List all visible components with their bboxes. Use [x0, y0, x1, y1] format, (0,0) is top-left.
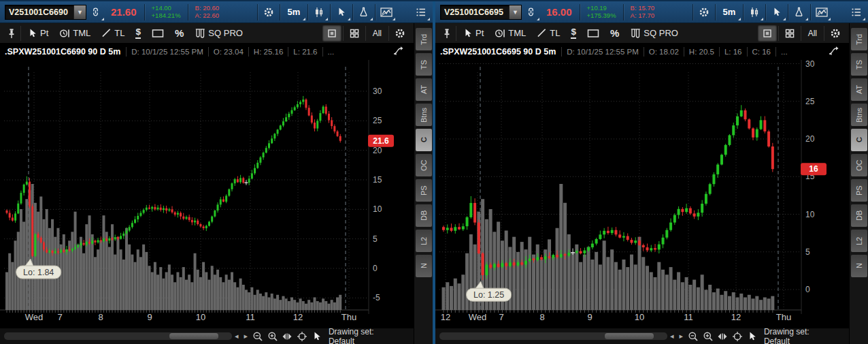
single-chart-layout-button[interactable]: [758, 25, 777, 42]
scrollbar-thumb[interactable]: [605, 333, 654, 339]
single-chart-layout-button[interactable]: [322, 25, 341, 42]
symbol-dropdown-button[interactable]: ▼: [509, 5, 521, 19]
cursor-tool-icon[interactable]: [768, 4, 786, 20]
chart-scrollbar[interactable]: [439, 332, 667, 340]
all-button[interactable]: All: [803, 29, 822, 38]
gadget-tab-c[interactable]: C: [416, 129, 432, 151]
gadget-tab-l2[interactable]: L2: [851, 230, 867, 252]
gadget-tab-db[interactable]: DB: [416, 204, 432, 227]
chart-scrollbar[interactable]: [4, 332, 232, 340]
restore-icon[interactable]: [827, 46, 839, 59]
restore-icon[interactable]: [392, 46, 404, 59]
scroll-left-icon[interactable]: ◂: [232, 332, 241, 340]
scroll-left-icon[interactable]: ◂: [667, 332, 677, 340]
studies-flask-icon[interactable]: [355, 4, 373, 20]
expand-horizontal-icon[interactable]: [280, 330, 295, 343]
percent-tool-button[interactable]: %: [169, 25, 189, 42]
trendline-tool-button[interactable]: TL: [531, 25, 565, 42]
drawing-set-selector[interactable]: Drawing set: Default: [760, 326, 844, 344]
zoom-out-icon[interactable]: [250, 330, 265, 343]
ohlc-segment: L: 21.6: [288, 47, 322, 57]
toolbar-gear-icon[interactable]: [826, 25, 845, 42]
svg-text:15: 15: [373, 175, 382, 185]
rectangle-tool-button[interactable]: [146, 25, 169, 42]
symbol-input[interactable]: V251001C6690 ▼: [5, 5, 86, 20]
chart-canvas[interactable]: 30252015105012Wed789101112Thu16Lo: 1.25: [435, 60, 849, 328]
chart-type-candles-icon[interactable]: [746, 4, 763, 20]
patterns-icon[interactable]: [813, 4, 831, 20]
scroll-right-icon[interactable]: ▸: [676, 332, 686, 340]
gadget-tab-ts[interactable]: TS: [851, 53, 867, 76]
price-chart[interactable]: 30252015105012Wed789101112Thu16Lo: 1.25: [435, 60, 849, 328]
trendline-tool-button[interactable]: TL: [96, 25, 130, 42]
pin-drawing-toolbar-button[interactable]: [439, 25, 454, 42]
price-level-tool-button[interactable]: $: [565, 25, 582, 42]
zoom-in-icon[interactable]: [701, 330, 716, 343]
scrollbar-thumb[interactable]: [169, 333, 218, 339]
timeframe-selector[interactable]: 5m: [718, 4, 741, 20]
pointer-icon[interactable]: [310, 330, 324, 343]
svg-text:11: 11: [684, 312, 693, 322]
price-chart[interactable]: 302520151050-5Wed789101112Thu21.6Lo: 1.8…: [0, 60, 414, 328]
symbol-dropdown-button[interactable]: ▼: [73, 5, 86, 19]
rectangle-tool-button[interactable]: [582, 25, 605, 42]
pointer-icon[interactable]: [745, 330, 760, 343]
gadget-tab-strip: TrdTSATBtnsCOCPSDBL2N: [414, 23, 433, 344]
sq-pro-button[interactable]: SQ PRO: [624, 25, 684, 42]
cursor-tool-icon[interactable]: [333, 4, 350, 20]
pin-drawing-toolbar-button[interactable]: [4, 25, 19, 42]
grid-layout-button[interactable]: [780, 25, 799, 42]
svg-text:25: 25: [373, 116, 382, 125]
gadget-tab-oc[interactable]: OC: [851, 154, 867, 176]
studies-flask-icon[interactable]: [790, 4, 808, 20]
percent-tool-button[interactable]: %: [605, 25, 624, 42]
link-icon[interactable]: [86, 4, 104, 20]
gadget-tab-trd[interactable]: Trd: [416, 28, 432, 50]
expand-horizontal-icon[interactable]: [716, 330, 731, 343]
timeline-tool-button[interactable]: TML: [489, 25, 531, 42]
separator: [144, 4, 145, 20]
chart-type-candles-icon[interactable]: [310, 4, 328, 20]
chart-menu-icon[interactable]: [412, 4, 430, 20]
pointer-tool-button[interactable]: Pt: [22, 25, 54, 42]
gadget-tab-ts[interactable]: TS: [416, 53, 432, 76]
gadget-tab-at[interactable]: AT: [851, 78, 867, 101]
svg-text:16: 16: [809, 164, 818, 174]
all-button[interactable]: All: [367, 29, 387, 38]
chart-settings-gear-icon[interactable]: [695, 4, 713, 20]
link-icon[interactable]: [522, 4, 539, 20]
chart-menu-icon[interactable]: [848, 4, 865, 20]
gadget-tab-trd[interactable]: Trd: [851, 28, 867, 50]
price-level-tool-button[interactable]: $: [130, 25, 146, 42]
gadget-tab-n[interactable]: N: [851, 255, 867, 277]
sq-pro-button[interactable]: SQ PRO: [189, 25, 248, 42]
gadget-tab-db[interactable]: DB: [851, 204, 867, 227]
gadget-tab-btns[interactable]: Btns: [416, 104, 432, 126]
gadget-tab-l2[interactable]: L2: [416, 230, 432, 252]
gadget-tab-c[interactable]: C: [851, 129, 867, 151]
grid-layout-button[interactable]: [345, 25, 364, 42]
separator: [788, 4, 788, 20]
crosshair-icon[interactable]: [730, 330, 745, 343]
symbol-input[interactable]: V251001C6695 ▼: [440, 5, 522, 20]
gadget-tab-ps[interactable]: PS: [416, 179, 432, 202]
scroll-right-icon[interactable]: ▸: [241, 332, 250, 340]
toolbar-gear-icon[interactable]: [390, 25, 410, 42]
gadget-tab-strip: TrdTSATBtnsCOCPSDBL2N: [849, 23, 868, 344]
gadget-tab-ps[interactable]: PS: [851, 179, 867, 202]
zoom-in-icon[interactable]: [265, 330, 280, 343]
zoom-out-icon[interactable]: [686, 330, 701, 343]
chart-canvas[interactable]: 302520151050-5Wed789101112Thu21.6Lo: 1.8…: [0, 60, 414, 328]
ohlc-segment: L: 16: [719, 47, 747, 57]
timeframe-selector[interactable]: 5m: [282, 4, 305, 20]
gadget-tab-oc[interactable]: OC: [416, 154, 432, 176]
crosshair-icon[interactable]: [295, 330, 310, 343]
gadget-tab-btns[interactable]: Btns: [851, 104, 867, 126]
chart-settings-gear-icon[interactable]: [260, 4, 278, 20]
timeline-tool-button[interactable]: TML: [54, 25, 96, 42]
patterns-icon[interactable]: [378, 4, 395, 20]
drawing-set-selector[interactable]: Drawing set: Default: [324, 326, 408, 344]
gadget-tab-n[interactable]: N: [416, 255, 432, 277]
gadget-tab-at[interactable]: AT: [416, 78, 432, 101]
pointer-tool-button[interactable]: Pt: [458, 25, 489, 42]
